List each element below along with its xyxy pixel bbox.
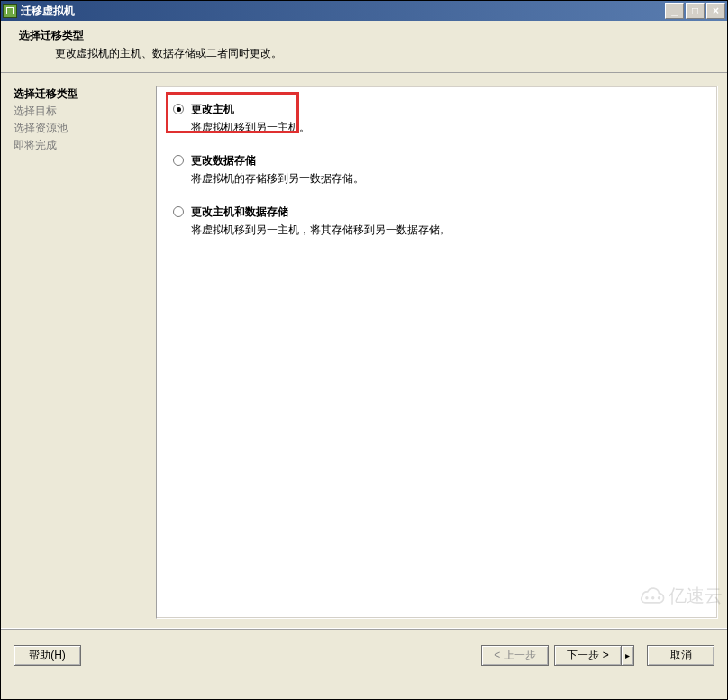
content-area: 选择迁移类型 选择目标 选择资源池 即将完成 更改主机 将虚拟机移到另一主机。 … — [1, 73, 727, 628]
sidebar-item-migration-type[interactable]: 选择迁移类型 — [14, 86, 152, 103]
option-desc: 将虚拟机移到另一主机，将其存储移到另一数据存储。 — [191, 223, 450, 238]
maximize-button[interactable]: □ — [686, 3, 705, 19]
sidebar-item-select-target[interactable]: 选择目标 — [14, 103, 152, 120]
title-bar: 迁移虚拟机 _ □ × — [1, 1, 727, 21]
option-change-both[interactable]: 更改主机和数据存储 将虚拟机移到另一主机，将其存储移到另一数据存储。 — [173, 205, 700, 238]
close-button[interactable]: × — [706, 3, 725, 19]
cancel-button[interactable]: 取消 — [647, 645, 714, 666]
wizard-header: 选择迁移类型 更改虚拟机的主机、数据存储或二者同时更改。 — [1, 21, 727, 73]
main-panel: 更改主机 将虚拟机移到另一主机。 更改数据存储 将虚拟机的存储移到另一数据存储。… — [156, 86, 718, 619]
next-arrow-button[interactable]: ▸ — [622, 645, 634, 666]
help-button[interactable]: 帮助(H) — [14, 645, 81, 666]
radio-change-datastore[interactable] — [173, 155, 184, 166]
back-button[interactable]: < 上一步 — [481, 645, 549, 666]
option-desc: 将虚拟机的存储移到另一数据存储。 — [191, 171, 364, 186]
radio-change-both[interactable] — [173, 206, 184, 217]
page-title: 选择迁移类型 — [19, 28, 709, 43]
sidebar-item-select-pool[interactable]: 选择资源池 — [14, 120, 152, 137]
window-title: 迁移虚拟机 — [21, 4, 665, 19]
option-title: 更改数据存储 — [191, 153, 364, 168]
options-container: 更改主机 将虚拟机移到另一主机。 更改数据存储 将虚拟机的存储移到另一数据存储。… — [157, 86, 717, 618]
radio-change-host[interactable] — [173, 104, 184, 114]
wizard-steps-sidebar: 选择迁移类型 选择目标 选择资源池 即将完成 — [10, 86, 156, 619]
window-controls: _ □ × — [665, 3, 725, 19]
sidebar-item-ready-complete[interactable]: 即将完成 — [14, 137, 152, 154]
page-subtitle: 更改虚拟机的主机、数据存储或二者同时更改。 — [55, 46, 709, 61]
option-change-host[interactable]: 更改主机 将虚拟机移到另一主机。 — [173, 102, 700, 135]
next-button[interactable]: 下一步 > — [554, 645, 622, 666]
app-icon — [3, 4, 17, 18]
option-title: 更改主机和数据存储 — [191, 205, 450, 220]
minimize-button[interactable]: _ — [665, 3, 684, 19]
option-desc: 将虚拟机移到另一主机。 — [191, 120, 310, 135]
option-title: 更改主机 — [191, 102, 310, 117]
option-change-datastore[interactable]: 更改数据存储 将虚拟机的存储移到另一数据存储。 — [173, 153, 700, 186]
button-bar: 帮助(H) < 上一步 下一步 > ▸ 取消 — [1, 628, 727, 671]
